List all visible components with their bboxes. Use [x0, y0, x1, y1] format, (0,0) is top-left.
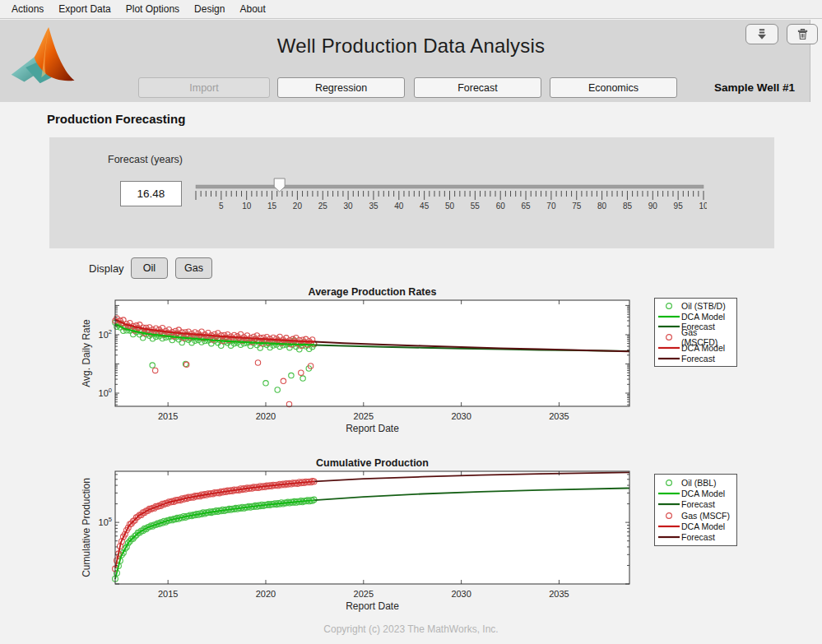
slider-tick-label: 10	[699, 202, 707, 211]
svg-text:102: 102	[99, 328, 112, 340]
gas-toggle-button[interactable]: Gas	[175, 257, 212, 279]
slider-tick-label: 5	[219, 202, 224, 211]
menu-bar: ActionsExport DataPlot OptionsDesignAbou…	[0, 0, 822, 19]
svg-text:2030: 2030	[451, 411, 471, 421]
y-axis-label: Avg. Daily Rate	[81, 319, 92, 387]
legend-entry: DCA Model	[657, 488, 733, 498]
slider-tick-label: 80	[597, 202, 607, 211]
svg-text:2035: 2035	[549, 589, 569, 599]
section-heading: Production Forecasting	[47, 112, 185, 126]
slider-thumb[interactable]	[274, 178, 285, 192]
tab-forecast[interactable]: Forecast	[414, 77, 541, 98]
slider-tick-label: 85	[623, 202, 633, 211]
trash-icon	[796, 27, 810, 41]
tab-economics[interactable]: Economics	[550, 77, 677, 98]
slider-tick-label: 90	[648, 202, 658, 211]
legend-entry: DCA Model	[657, 521, 733, 531]
slider-tick-label: 70	[546, 202, 556, 211]
rates-legend: Oil (STB/D)DCA ModelForecastGas (MSCFD)D…	[654, 298, 737, 367]
svg-text:2035: 2035	[549, 411, 569, 421]
legend-entry: Oil (BBL)	[657, 477, 733, 488]
app-window: ActionsExport DataPlot OptionsDesignAbou…	[0, 0, 822, 644]
svg-text:100: 100	[99, 387, 112, 398]
menu-item-design[interactable]: Design	[187, 1, 232, 17]
download-button[interactable]	[745, 24, 778, 44]
forecast-years-input[interactable]	[120, 181, 182, 206]
tab-regression[interactable]: Regression	[277, 77, 405, 98]
legend-entry: Oil (STB/D)	[657, 301, 733, 312]
svg-text:2025: 2025	[354, 589, 374, 599]
chart-title: Average Production Rates	[309, 288, 437, 298]
copyright-text: Copyright (c) 2023 The MathWorks, Inc.	[0, 623, 822, 635]
slider-tick-label: 60	[496, 202, 506, 211]
slider-tick-label: 10	[242, 202, 252, 211]
svg-text:2015: 2015	[158, 589, 178, 599]
slider-tick-label: 55	[471, 202, 481, 211]
svg-text:2020: 2020	[256, 589, 276, 599]
chart-title: Cumulative Production	[316, 457, 429, 469]
slider-tick-label: 50	[445, 202, 455, 211]
legend-entry: Forecast	[657, 532, 733, 543]
slider-tick-label: 15	[267, 202, 277, 211]
forecast-years-label: Forecast (years)	[108, 154, 183, 165]
legend-entry: DCA Model	[657, 343, 733, 354]
header-panel	[0, 20, 810, 102]
legend-entry: Forecast	[657, 499, 733, 510]
y-axis-label: Cumulative Production	[81, 478, 92, 577]
rates-chart: 20152020202520302035100102Average Produc…	[78, 288, 654, 444]
well-name-label: Sample Well #1	[696, 81, 813, 94]
oil-toggle-button[interactable]: Oil	[131, 257, 168, 279]
slider-tick-label: 25	[318, 202, 328, 211]
svg-text:2015: 2015	[158, 411, 178, 421]
legend-entry: DCA Model	[657, 312, 733, 322]
slider-tick-label: 20	[293, 202, 303, 211]
legend-entry: Gas (MSCFD)	[657, 332, 733, 343]
legend-entry: Gas (MSCF)	[657, 510, 733, 521]
page-title: Well Production Data Analysis	[0, 35, 822, 58]
slider-tick-label: 40	[394, 202, 404, 211]
download-icon	[755, 27, 769, 42]
slider-tick-label: 30	[344, 202, 354, 211]
slider-tick-label: 35	[369, 202, 378, 211]
slider-tick-label: 65	[521, 202, 531, 211]
svg-text:105: 105	[99, 516, 112, 527]
svg-text:2025: 2025	[354, 411, 374, 421]
svg-text:2020: 2020	[256, 411, 276, 421]
forecast-slider[interactable]: 510152025303540455055606570758085909510	[193, 178, 707, 214]
slider-tick-label: 95	[674, 202, 684, 211]
x-axis-label: Report Date	[346, 423, 399, 434]
slider-tick-label: 45	[420, 202, 430, 211]
menu-item-about[interactable]: About	[232, 1, 272, 17]
cumulative-legend: Oil (BBL)DCA ModelForecastGas (MSCF)DCA …	[654, 474, 737, 546]
cumulative-chart: 20152020202520302035105Cumulative Produc…	[78, 457, 654, 619]
legend-entry: Forecast	[657, 353, 733, 364]
display-label: Display	[89, 262, 124, 275]
tab-import: Import	[138, 77, 270, 98]
menu-item-plot-options[interactable]: Plot Options	[118, 1, 187, 17]
slider-tick-label: 75	[572, 202, 582, 211]
svg-text:2030: 2030	[451, 589, 471, 599]
menu-item-actions[interactable]: Actions	[4, 1, 51, 17]
delete-button[interactable]	[787, 24, 818, 44]
menu-item-export-data[interactable]: Export Data	[51, 1, 118, 17]
x-axis-label: Report Date	[346, 600, 399, 612]
